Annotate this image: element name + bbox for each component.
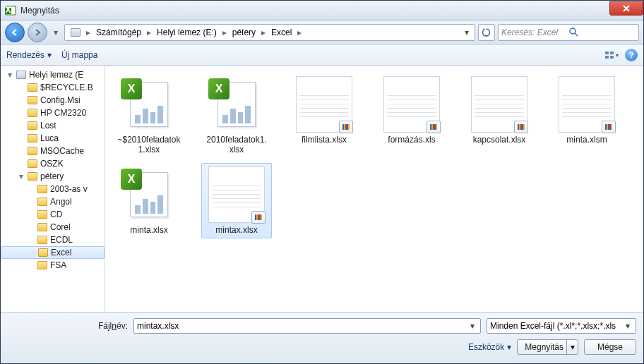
svg-point-3 — [570, 28, 576, 34]
folder-icon — [28, 109, 37, 117]
file-name: minta.xlsm — [566, 135, 607, 145]
file-item[interactable]: mintax.xlsx — [201, 163, 272, 239]
chevron-down-icon[interactable]: ▾ — [623, 321, 633, 331]
tree-item[interactable]: Config.Msi — [1, 94, 105, 107]
tree-item[interactable]: OSZK — [1, 157, 105, 170]
file-item[interactable]: filmlista.xlsx — [289, 73, 359, 159]
folder-icon — [28, 172, 37, 181]
back-button[interactable] — [5, 23, 25, 42]
file-name: ~$2010feladatok1.xlsx — [117, 135, 181, 155]
tree-item[interactable]: MSOCache — [1, 145, 105, 157]
organize-menu[interactable]: Rendezés ▾ — [6, 50, 52, 60]
file-name: minta.xlsx — [130, 226, 167, 236]
tree-label: Lost — [40, 121, 56, 131]
chevron-right-icon[interactable]: ▸ — [221, 28, 228, 37]
toolbar: Rendezés ▾ Új mappa ▾ ? — [1, 44, 643, 66]
file-item[interactable]: Xminta.xlsx — [114, 163, 184, 239]
crumb-computer[interactable]: Számítógép — [92, 25, 145, 40]
tree-item[interactable]: CD — [1, 208, 105, 221]
crumb-drive[interactable]: Helyi lemez (E:) — [153, 25, 221, 40]
file-pane[interactable]: X~$2010feladatok1.xlsxX2010feladatok1.xl… — [105, 66, 643, 312]
svg-rect-4 — [605, 51, 609, 54]
tree-item[interactable]: $RECYCLE.B — [1, 81, 105, 94]
tree-item[interactable]: 2003-as v — [1, 183, 105, 195]
computer-icon — [71, 28, 80, 37]
chevron-down-icon: ▾ — [47, 50, 52, 60]
excel-overlay-icon — [602, 121, 616, 133]
crumb-root-icon[interactable] — [66, 25, 85, 40]
new-folder-button[interactable]: Új mappa — [61, 50, 97, 60]
expand-icon[interactable]: ▾ — [6, 70, 13, 80]
tree-label: MSOCache — [40, 146, 84, 156]
tree-item[interactable]: HP CM2320 — [1, 107, 105, 119]
folder-icon — [38, 248, 48, 257]
crumb-folder-1[interactable]: pétery — [228, 25, 260, 40]
help-button[interactable]: ? — [625, 49, 638, 61]
tree-item[interactable]: ▾pétery — [1, 170, 105, 183]
history-dropdown[interactable]: ▾ — [50, 28, 61, 37]
filetype-filter[interactable]: Minden Excel-fájl (*.xl*;*.xlsx;*.xls ▾ — [487, 318, 636, 334]
filename-input[interactable]: mintax.xlsx ▾ — [133, 318, 481, 334]
chevron-down-icon: ▾ — [616, 52, 619, 59]
search-input[interactable]: Keresés: Excel — [498, 24, 639, 41]
cancel-button[interactable]: Mégse — [584, 339, 636, 355]
tree-label: Config.Msi — [40, 95, 80, 105]
drive-icon — [16, 71, 26, 79]
tree-label: Corel — [50, 222, 71, 232]
file-item[interactable]: formázás.xls — [376, 73, 447, 159]
tree-label: OSZK — [40, 159, 64, 169]
folder-tree[interactable]: ▾Helyi lemez (E$RECYCLE.BConfig.MsiHP CM… — [1, 66, 105, 312]
refresh-button[interactable] — [478, 24, 495, 41]
file-item[interactable]: minta.xlsm — [551, 73, 622, 159]
file-thumbnail: X — [121, 76, 177, 133]
chevron-right-icon[interactable]: ▸ — [85, 28, 92, 37]
tree-item[interactable]: Corel — [1, 221, 105, 233]
file-thumbnail — [208, 166, 265, 223]
chevron-right-icon[interactable]: ▸ — [145, 28, 153, 37]
forward-button[interactable] — [28, 23, 47, 42]
tree-label: CD — [50, 210, 62, 219]
file-thumbnail — [471, 76, 527, 133]
tree-item[interactable]: ▾Helyi lemez (E — [1, 68, 105, 81]
address-dropdown[interactable]: ▾ — [460, 28, 473, 37]
address-bar[interactable]: ▸ Számítógép ▸ Helyi lemez (E:) ▸ pétery… — [64, 24, 475, 41]
filename-label: Fájlnév: — [8, 321, 128, 331]
expand-icon[interactable]: ▾ — [18, 171, 25, 181]
search-placeholder: Keresés: Excel — [501, 28, 568, 37]
tree-item[interactable]: Angol — [1, 195, 105, 208]
svg-rect-7 — [610, 56, 614, 59]
chevron-down-icon[interactable]: ▾ — [467, 321, 477, 331]
folder-icon — [28, 147, 37, 155]
tools-menu[interactable]: Eszközök ▾ — [468, 342, 511, 352]
file-name: formázás.xls — [388, 135, 435, 145]
tree-item[interactable]: FSA — [1, 259, 105, 272]
excel-app-icon: X — [5, 5, 16, 16]
folder-icon — [28, 134, 37, 142]
folder-icon — [37, 223, 47, 231]
excel-overlay-icon — [514, 121, 528, 133]
tree-item[interactable]: Luca — [1, 132, 105, 145]
excel-icon: X — [121, 169, 142, 190]
open-dialog: X Megnyitás ▾ ▸ Számítógép ▸ Helyi lemez… — [0, 0, 644, 364]
crumb-folder-2[interactable]: Excel — [267, 25, 296, 40]
folder-icon — [37, 210, 47, 219]
tree-item[interactable]: ECDL — [1, 233, 105, 246]
chevron-right-icon[interactable]: ▸ — [296, 28, 303, 37]
tree-item[interactable]: Lost — [1, 119, 105, 132]
open-split-dropdown[interactable]: ▾ — [566, 340, 578, 354]
view-options-button[interactable]: ▾ — [604, 48, 619, 62]
navbar: ▾ ▸ Számítógép ▸ Helyi lemez (E:) ▸ péte… — [1, 20, 643, 44]
tree-label: FSA — [50, 260, 66, 270]
file-thumbnail: X — [208, 76, 265, 133]
tree-item[interactable]: Excel — [1, 246, 105, 259]
close-button[interactable] — [609, 1, 643, 16]
file-item[interactable]: X~$2010feladatok1.xlsx — [114, 73, 184, 159]
chevron-right-icon[interactable]: ▸ — [260, 28, 267, 37]
file-thumbnail — [383, 76, 440, 133]
tree-label: pétery — [40, 171, 64, 181]
file-name: mintax.xlsx — [215, 226, 257, 236]
file-item[interactable]: kapcsolat.xlsx — [464, 73, 535, 159]
file-item[interactable]: X2010feladatok1.xlsx — [201, 73, 272, 159]
body: ▾Helyi lemez (E$RECYCLE.BConfig.MsiHP CM… — [1, 66, 643, 312]
open-button[interactable]: Megnyitás ▾ — [517, 339, 578, 355]
